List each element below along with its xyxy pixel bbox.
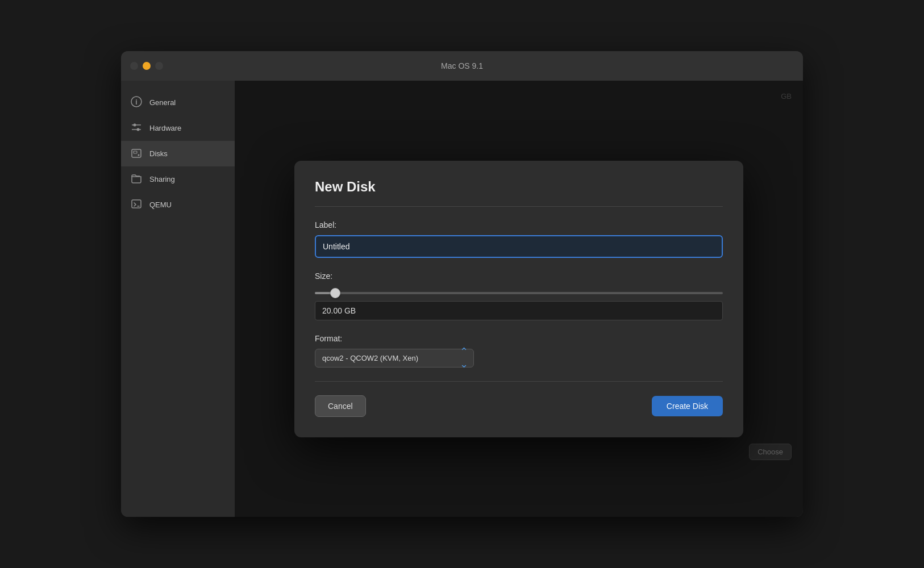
- size-section: Size: 20.00 GB: [315, 272, 723, 320]
- info-icon: i: [130, 95, 143, 110]
- sliders-icon: [130, 121, 143, 135]
- sidebar-item-qemu-label: QEMU: [149, 201, 172, 209]
- close-window-button[interactable]: [130, 62, 138, 70]
- label-field-label: Label:: [315, 220, 723, 229]
- sidebar-item-sharing-label: Sharing: [149, 175, 175, 183]
- window-title: Mac OS 9.1: [441, 61, 483, 70]
- title-bar: Mac OS 9.1: [121, 51, 803, 81]
- sidebar-item-disks-label: Disks: [149, 149, 168, 158]
- size-slider[interactable]: [315, 292, 723, 294]
- new-disk-dialog: New Disk Label: Size: 20.00 GB: [294, 161, 743, 437]
- svg-rect-7: [134, 151, 137, 153]
- label-input[interactable]: [315, 235, 723, 258]
- svg-rect-9: [132, 200, 141, 208]
- size-slider-wrapper: [315, 286, 723, 296]
- size-value-display: 20.00 GB: [315, 301, 723, 320]
- sidebar-item-sharing[interactable]: Sharing: [121, 166, 235, 192]
- app-window: Mac OS 9.1 i General: [121, 51, 803, 517]
- svg-point-4: [134, 124, 136, 127]
- svg-point-5: [137, 128, 140, 131]
- modal-title: New Disk: [315, 179, 723, 207]
- minimize-window-button[interactable]: [143, 62, 151, 70]
- modal-overlay: New Disk Label: Size: 20.00 GB: [235, 81, 803, 517]
- modal-divider: [315, 381, 723, 382]
- create-disk-button[interactable]: Create Disk: [652, 396, 723, 416]
- right-panel: GB ✕ Choose New Disk Label: Size:: [235, 81, 803, 517]
- sidebar-item-disks[interactable]: Disks: [121, 141, 235, 166]
- terminal-icon: [130, 198, 143, 212]
- folder-icon: [130, 172, 143, 186]
- sidebar-item-general[interactable]: i General: [121, 90, 235, 115]
- window-controls: [130, 62, 163, 70]
- sidebar-item-hardware[interactable]: Hardware: [121, 115, 235, 141]
- disk-icon: [130, 147, 143, 161]
- sidebar-item-qemu[interactable]: QEMU: [121, 192, 235, 218]
- label-section: Label:: [315, 220, 723, 258]
- format-select-wrapper: qcow2 - QCOW2 (KVM, Xen) raw - Raw disk …: [315, 349, 474, 367]
- size-field-label: Size:: [315, 272, 723, 281]
- maximize-window-button[interactable]: [155, 62, 163, 70]
- svg-text:i: i: [135, 98, 137, 106]
- format-section: Format: qcow2 - QCOW2 (KVM, Xen) raw - R…: [315, 334, 723, 367]
- format-field-label: Format:: [315, 334, 723, 343]
- cancel-button[interactable]: Cancel: [315, 395, 366, 417]
- main-content: i General Hardware: [121, 81, 803, 517]
- format-select[interactable]: qcow2 - QCOW2 (KVM, Xen) raw - Raw disk …: [315, 349, 474, 367]
- svg-point-8: [138, 154, 140, 156]
- sidebar-item-hardware-label: Hardware: [149, 124, 181, 132]
- sidebar-item-general-label: General: [149, 98, 176, 107]
- button-row: Cancel Create Disk: [315, 395, 723, 417]
- sidebar: i General Hardware: [121, 81, 235, 517]
